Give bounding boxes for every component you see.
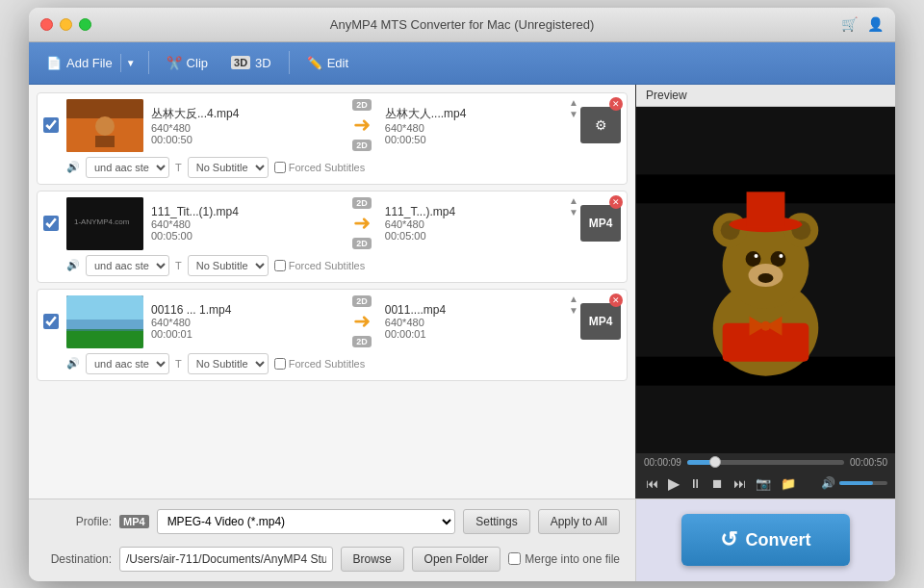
mp4-icon: MP4: [119, 515, 149, 528]
file-list: ✕ ▲ ▼: [29, 85, 635, 499]
folder-button[interactable]: 📁: [779, 474, 798, 493]
output-res-2: 640*480: [385, 218, 573, 230]
input-res-2: 640*480: [151, 218, 339, 230]
volume-track[interactable]: [839, 481, 887, 485]
convert-button[interactable]: ↺ Convert: [681, 514, 849, 566]
subtitle-select-3[interactable]: No Subtitle: [188, 353, 269, 374]
play-button[interactable]: ▶: [666, 473, 681, 495]
profile-select[interactable]: MPEG-4 Video (*.mp4): [157, 509, 456, 534]
time-current: 00:00:09: [644, 457, 681, 468]
bottom-area: Profile: MP4 MPEG-4 Video (*.mp4) Settin…: [29, 499, 895, 581]
output-filename-1: 丛林大人....mp4: [385, 106, 573, 122]
file-item-2: ✕ ▲ ▼ 1-ANYMP4.com: [37, 191, 628, 283]
scroll-down-3[interactable]: ▼: [569, 305, 578, 317]
forced-check-1[interactable]: [274, 162, 286, 173]
audio-icon-3: 🔊: [66, 357, 80, 370]
output-filename-3: 0011....mp4: [385, 303, 573, 317]
badge-2d-out-2: 2D: [352, 238, 372, 249]
file-close-1[interactable]: ✕: [609, 97, 623, 111]
forced-subtitle-1: Forced Subtitles: [274, 162, 365, 173]
open-folder-button[interactable]: Open Folder: [412, 547, 501, 572]
snapshot-button[interactable]: 📷: [754, 474, 773, 493]
svg-point-18: [746, 251, 761, 267]
badge-2d-in-3: 2D: [352, 295, 372, 307]
merge-checkbox[interactable]: [508, 552, 521, 565]
file-info-1: 丛林大反...4.mp4 640*480 00:00:50: [151, 106, 339, 145]
convert-arrow-3: 2D ➜ 2D: [346, 295, 377, 347]
file-check-2[interactable]: [43, 216, 59, 231]
input-dur-2: 00:05:00: [151, 230, 339, 242]
file-thumb-2: 1-ANYMP4.com: [66, 197, 143, 250]
add-file-label: Add File: [66, 56, 113, 70]
svg-text:1-ANYMP4.com: 1-ANYMP4.com: [74, 217, 130, 226]
browse-button[interactable]: Browse: [341, 547, 404, 572]
dest-label: Destination:: [44, 552, 112, 566]
output-res-3: 640*480: [385, 317, 573, 328]
subtitle-icon-3: T: [175, 358, 182, 370]
audio-select-2[interactable]: und aac ste: [86, 255, 169, 276]
file-close-3[interactable]: ✕: [609, 294, 623, 307]
settings-icon-3: MP4: [589, 315, 613, 328]
arrow-icon-1: ➜: [353, 113, 371, 138]
profile-label: Profile:: [44, 515, 112, 528]
file-thumb-3: [66, 295, 143, 348]
scroll-down-2[interactable]: ▼: [569, 207, 578, 218]
cart-icon[interactable]: 🛒: [841, 16, 858, 32]
audio-select-1[interactable]: und aac ste: [86, 157, 169, 178]
scroll-up-1[interactable]: ▲: [569, 97, 578, 109]
forced-check-3[interactable]: [274, 358, 286, 370]
forced-subtitle-3: Forced Subtitles: [274, 358, 365, 370]
add-file-group[interactable]: 📄 Add File ▼: [38, 52, 141, 74]
file-item: ✕ ▲ ▼: [37, 92, 628, 185]
dest-row: Destination: Browse Open Folder Merge in…: [44, 547, 620, 572]
output-settings-1[interactable]: ⚙: [580, 107, 621, 143]
maximize-button[interactable]: [79, 18, 91, 31]
output-settings-3[interactable]: MP4: [580, 303, 621, 340]
progress-track[interactable]: [687, 460, 844, 465]
scroll-btns-1: ▲ ▼: [569, 97, 578, 120]
skip-back-button[interactable]: ⏮: [644, 474, 660, 493]
file-check-3[interactable]: [43, 314, 59, 329]
settings-icon-2: MP4: [589, 217, 613, 230]
input-filename-1: 丛林大反...4.mp4: [151, 106, 339, 122]
subtitle-select-2[interactable]: No Subtitle: [188, 255, 269, 276]
skip-forward-button[interactable]: ⏭: [732, 474, 748, 493]
forced-check-2[interactable]: [274, 260, 286, 271]
settings-button[interactable]: Settings: [463, 509, 529, 534]
close-button[interactable]: [40, 18, 53, 31]
scroll-up-3[interactable]: ▲: [569, 294, 578, 305]
badge-2d-in-2: 2D: [352, 197, 372, 209]
edit-icon: ✏️: [307, 56, 322, 70]
dest-input[interactable]: [119, 547, 333, 572]
scroll-up-2[interactable]: ▲: [569, 195, 578, 207]
app-window: AnyMP4 MTS Converter for Mac (Unregister…: [29, 8, 895, 581]
pause-button[interactable]: ⏸: [687, 474, 704, 493]
add-file-button[interactable]: 📄 Add File: [38, 52, 120, 74]
svg-point-2: [95, 116, 115, 136]
output-info-1: 丛林大人....mp4 640*480 00:00:50: [385, 106, 573, 145]
add-file-icon: 📄: [46, 56, 62, 70]
audio-select-3[interactable]: und aac ste: [86, 353, 169, 374]
add-file-dropdown[interactable]: ▼: [120, 54, 141, 72]
scroll-down-1[interactable]: ▼: [569, 109, 578, 120]
progress-thumb[interactable]: [709, 456, 721, 468]
apply-all-button[interactable]: Apply to All: [538, 509, 620, 534]
title-bar: AnyMP4 MTS Converter for Mac (Unregister…: [29, 8, 895, 42]
output-info-3: 0011....mp4 640*480 00:00:01: [385, 303, 573, 340]
preview-video: [636, 107, 895, 453]
clip-button[interactable]: ✂️ Clip: [157, 52, 218, 74]
user-icon[interactable]: 👤: [867, 16, 884, 32]
title-actions: 🛒 👤: [841, 16, 884, 32]
file-close-2[interactable]: ✕: [609, 195, 623, 209]
file-check-1[interactable]: [43, 117, 59, 133]
toolbar: 📄 Add File ▼ ✂️ Clip 3D 3D ✏️ Edit: [29, 42, 895, 85]
input-res-1: 640*480: [151, 122, 339, 134]
volume-icon: 🔊: [821, 476, 835, 490]
output-settings-2[interactable]: MP4: [580, 205, 621, 242]
subtitle-select-1[interactable]: No Subtitle: [188, 157, 269, 178]
file-item-3: ✕ ▲ ▼ 00116 ... 1.mp4: [37, 289, 628, 381]
minimize-button[interactable]: [60, 18, 72, 31]
stop-button[interactable]: ⏹: [709, 474, 726, 493]
3d-button[interactable]: 3D 3D: [221, 52, 281, 74]
edit-button[interactable]: ✏️ Edit: [297, 52, 358, 74]
